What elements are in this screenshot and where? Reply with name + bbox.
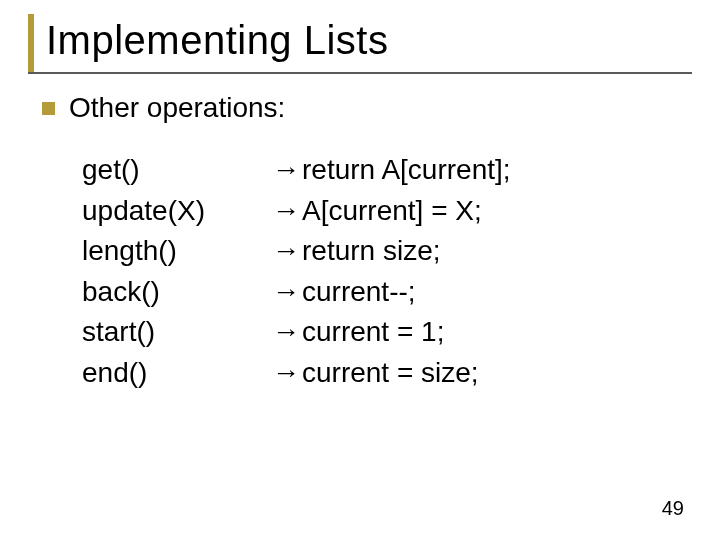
arrow-icon: →	[272, 191, 302, 232]
arrow-icon: →	[272, 312, 302, 353]
operation-impl: current--;	[302, 272, 680, 313]
slide-body: Other operations: get() → return A[curre…	[42, 92, 680, 394]
operation-row: start() → current = 1;	[82, 312, 680, 353]
operation-impl: current = 1;	[302, 312, 680, 353]
accent-bar	[28, 14, 34, 74]
operation-impl: return A[current];	[302, 150, 680, 191]
operation-row: back() → current--;	[82, 272, 680, 313]
bullet-square-icon	[42, 102, 55, 115]
title-rule	[28, 72, 692, 74]
arrow-icon: →	[272, 231, 302, 272]
operation-impl: current = size;	[302, 353, 680, 394]
operation-impl: A[current] = X;	[302, 191, 680, 232]
arrow-icon: →	[272, 353, 302, 394]
arrow-icon: →	[272, 150, 302, 191]
operation-row: end() → current = size;	[82, 353, 680, 394]
operation-name: length()	[82, 231, 272, 272]
operation-name: end()	[82, 353, 272, 394]
page-number: 49	[662, 497, 684, 520]
operation-name: back()	[82, 272, 272, 313]
arrow-icon: →	[272, 272, 302, 313]
operation-name: start()	[82, 312, 272, 353]
slide-title: Implementing Lists	[46, 8, 692, 63]
bullet-row: Other operations:	[42, 92, 680, 124]
operations-table: get() → return A[current]; update(X) → A…	[82, 150, 680, 394]
operation-name: update(X)	[82, 191, 272, 232]
operation-row: get() → return A[current];	[82, 150, 680, 191]
title-block: Implementing Lists	[28, 8, 692, 63]
bullet-text: Other operations:	[69, 92, 285, 124]
operation-row: update(X) → A[current] = X;	[82, 191, 680, 232]
operation-impl: return size;	[302, 231, 680, 272]
operation-row: length() → return size;	[82, 231, 680, 272]
slide: Implementing Lists Other operations: get…	[0, 0, 720, 540]
operation-name: get()	[82, 150, 272, 191]
